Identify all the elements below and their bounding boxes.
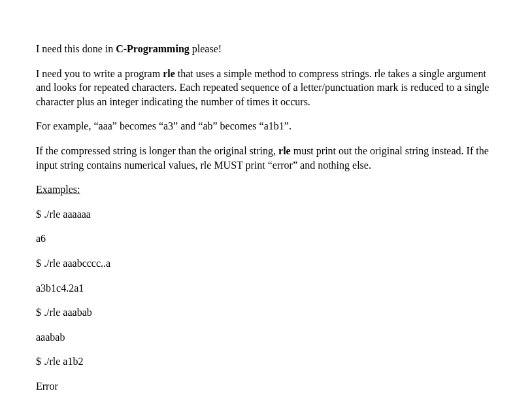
example-1-command: $ ./rle aaaaaa bbox=[36, 207, 496, 222]
intro-pre: I need this done in bbox=[36, 43, 116, 54]
intro-bold: C-Programming bbox=[116, 43, 190, 54]
desc-pre: I need you to write a program bbox=[36, 68, 163, 79]
example-2-output: a3b1c4.2a1 bbox=[36, 281, 496, 296]
example-4-command: $ ./rle a1b2 bbox=[36, 354, 496, 369]
example-3-output: aaabab bbox=[36, 330, 496, 345]
example-1-output: a6 bbox=[36, 231, 496, 246]
rules-bold: rle bbox=[278, 145, 291, 156]
example-2-command: $ ./rle aaabcccc..a bbox=[36, 256, 496, 271]
intro-post: please! bbox=[190, 43, 222, 54]
examples-heading-text: Examples: bbox=[36, 184, 80, 195]
examples-heading: Examples: bbox=[36, 182, 496, 197]
intro-paragraph: I need this done in C-Programming please… bbox=[36, 42, 496, 56]
example-4-output: Error bbox=[36, 379, 496, 394]
example-paragraph: For example, “aaa” becomes “a3” and “ab”… bbox=[36, 119, 496, 133]
rules-paragraph: If the compressed string is longer than … bbox=[36, 144, 496, 172]
rules-pre: If the compressed string is longer than … bbox=[36, 145, 278, 156]
description-paragraph: I need you to write a program rle that u… bbox=[36, 67, 496, 109]
desc-bold: rle bbox=[163, 68, 175, 79]
example-3-command: $ ./rle aaabab bbox=[36, 305, 496, 320]
